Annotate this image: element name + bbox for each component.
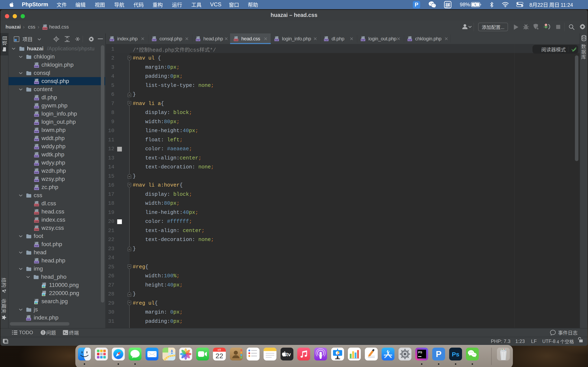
svg-text:Ps: Ps xyxy=(452,351,459,358)
svg-text:PS: PS xyxy=(418,350,422,354)
svg-text:PHP: PHP xyxy=(35,139,39,141)
svg-text:8月: 8月 xyxy=(218,348,221,351)
svg-text:PHP: PHP xyxy=(35,171,39,174)
svg-text:CSS: CSS xyxy=(35,220,39,222)
svg-text:PHP: PHP xyxy=(324,39,328,41)
svg-text:22: 22 xyxy=(216,352,223,360)
svg-text:CSS: CSS xyxy=(35,204,39,206)
svg-text:CSS: CSS xyxy=(43,27,47,30)
svg-text:CSS: CSS xyxy=(35,212,39,214)
svg-text:PHP: PHP xyxy=(110,39,114,41)
svg-text:PHP: PHP xyxy=(26,318,31,320)
svg-text:PHP: PHP xyxy=(152,39,156,41)
svg-text:PHP: PHP xyxy=(35,98,39,100)
svg-text:PHP: PHP xyxy=(35,261,39,263)
svg-text:PHP: PHP xyxy=(35,245,39,247)
svg-text:PHP: PHP xyxy=(408,39,412,41)
svg-text:P: P xyxy=(436,349,441,359)
svg-text:CSS: CSS xyxy=(35,228,39,231)
svg-text:PHP: PHP xyxy=(35,155,39,157)
svg-text:PHP: PHP xyxy=(35,106,39,108)
svg-text:PHP: PHP xyxy=(35,82,39,84)
svg-text:PHP: PHP xyxy=(35,163,39,165)
svg-text:PHP: PHP xyxy=(196,39,200,41)
svg-text:PHP: PHP xyxy=(35,179,39,182)
svg-text:PHP: PHP xyxy=(35,122,39,125)
svg-text:PHP: PHP xyxy=(35,65,39,67)
svg-text:PHP: PHP xyxy=(35,114,39,117)
svg-text:PHP: PHP xyxy=(35,131,39,133)
svg-text:PHP: PHP xyxy=(35,188,39,190)
svg-text:CSS: CSS xyxy=(234,39,238,41)
svg-text:PHP: PHP xyxy=(275,39,278,41)
svg-text:tv: tv xyxy=(286,351,291,358)
svg-text:PHP: PHP xyxy=(35,147,39,149)
svg-text:PHP: PHP xyxy=(361,39,365,41)
